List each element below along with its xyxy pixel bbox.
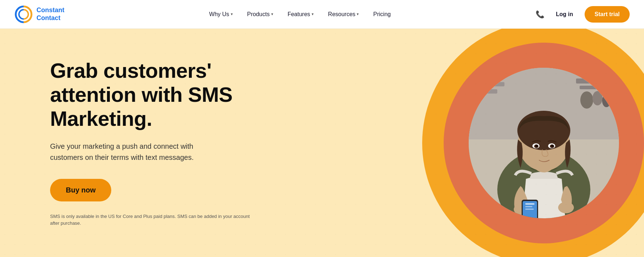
svg-rect-26 xyxy=(525,209,534,210)
navbar: Constant Contact Why Us ▾ Products ▾ Fea… xyxy=(0,0,644,29)
chevron-down-icon: ▾ xyxy=(271,12,273,16)
buy-now-button[interactable]: Buy now xyxy=(50,179,111,201)
nav-features[interactable]: Features ▾ xyxy=(282,8,319,21)
login-button[interactable]: Log in xyxy=(552,8,577,20)
navbar-nav: Why Us ▾ Products ▾ Features ▾ Resources… xyxy=(204,8,397,21)
nav-pricing[interactable]: Pricing xyxy=(367,8,396,21)
hero-disclaimer: SMS is only available in the US for Core… xyxy=(50,213,250,227)
nav-resources[interactable]: Resources ▾ xyxy=(322,8,365,21)
navbar-right: 📞 Log in Start trial xyxy=(536,6,630,23)
svg-point-18 xyxy=(536,145,538,147)
hero-content: Grab customers' attention with SMS Marke… xyxy=(50,59,250,227)
phone-icon[interactable]: 📞 xyxy=(536,10,545,19)
logo-text: Constant Contact xyxy=(36,6,64,22)
hero-title: Grab customers' attention with SMS Marke… xyxy=(50,59,250,130)
chevron-down-icon: ▾ xyxy=(357,12,359,16)
chevron-down-icon: ▾ xyxy=(312,12,314,16)
logo[interactable]: Constant Contact xyxy=(14,5,64,24)
logo-icon xyxy=(14,5,33,24)
svg-rect-24 xyxy=(525,203,535,205)
svg-point-7 xyxy=(580,91,593,109)
hero-image-area xyxy=(422,29,644,257)
svg-point-0 xyxy=(14,5,33,24)
start-trial-button[interactable]: Start trial xyxy=(585,6,630,23)
person-image xyxy=(469,68,619,218)
svg-point-21 xyxy=(558,202,574,213)
circle-inner xyxy=(469,68,619,218)
nav-why-us[interactable]: Why Us ▾ xyxy=(204,8,239,21)
svg-point-19 xyxy=(551,145,553,147)
nav-products[interactable]: Products ▾ xyxy=(241,8,279,21)
svg-rect-25 xyxy=(525,206,532,207)
hero-section: Grab customers' attention with SMS Marke… xyxy=(0,29,644,257)
chevron-down-icon: ▾ xyxy=(231,12,233,16)
hero-subtitle: Give your marketing a push and connect w… xyxy=(50,141,200,163)
